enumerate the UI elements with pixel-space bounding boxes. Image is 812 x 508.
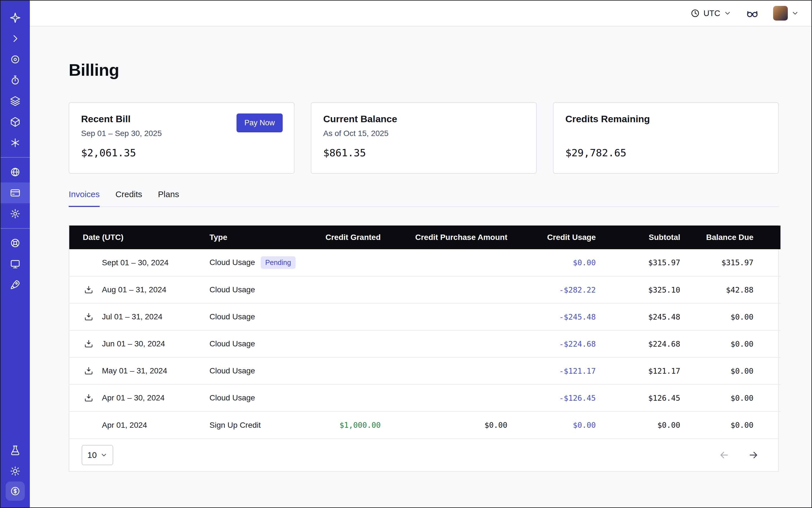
collapse-sidebar-chevron-icon[interactable]: [1, 28, 30, 49]
glasses-icon[interactable]: [746, 7, 759, 19]
credit-granted-value: [288, 249, 394, 276]
credit-purchase-amount-value: [394, 330, 521, 357]
invoice-row: Aug 01 – 31, 2024Cloud Usage-$282.22$325…: [69, 276, 780, 303]
content-shell: UTC Billing Recent Bill Sep 01 – Se: [30, 1, 811, 507]
download-invoice-icon[interactable]: [84, 312, 93, 322]
credit-granted-value: [288, 357, 394, 384]
download-invoice-icon[interactable]: [84, 285, 93, 295]
invoice-type-cell: Cloud Usage: [210, 357, 288, 384]
user-avatar: [773, 6, 788, 20]
sidebar-item-cube-icon[interactable]: [1, 112, 30, 132]
tab-plans[interactable]: Plans: [158, 189, 179, 206]
tab-credits[interactable]: Credits: [116, 189, 142, 206]
subtotal-value: $121.17: [609, 357, 694, 384]
invoice-date-cell: Apr 01, 2024: [69, 412, 210, 438]
invoice-date: Apr 01 – 30, 2024: [102, 393, 165, 402]
invoice-date: Sept 01 – 30, 2024: [102, 258, 169, 267]
sidebar-item-sun-icon[interactable]: [1, 461, 30, 481]
invoice-row: May 01 – 31, 2024Cloud Usage-$121.17$121…: [69, 357, 780, 384]
invoice-row: Apr 01, 2024Sign Up Credit$1,000.00$0.00…: [69, 412, 780, 438]
credit-purchase-amount-value: [394, 276, 521, 303]
logo-icon[interactable]: [1, 7, 30, 28]
sidebar-item-asterisk-icon[interactable]: [1, 132, 30, 153]
sidebar-item-billing-credit-card-icon[interactable]: [1, 182, 30, 203]
credit-purchase-amount-value: [394, 249, 521, 276]
invoice-date: Apr 01, 2024: [102, 421, 147, 429]
credit-usage-value: -$282.22: [521, 276, 609, 303]
credit-granted-value: [288, 330, 394, 357]
invoice-row: Jul 01 – 31, 2024Cloud Usage-$245.48$245…: [69, 303, 780, 330]
subtotal-value: $0.00: [609, 412, 694, 438]
card-subtitle: [565, 129, 766, 138]
column-header-credit-usage: Credit Usage: [521, 225, 609, 249]
billing-tabs: Invoices Credits Plans: [69, 189, 779, 207]
timezone-label: UTC: [703, 9, 720, 18]
invoice-date-cell: Apr 01 – 30, 2024: [69, 384, 210, 412]
download-invoice-icon[interactable]: [84, 393, 93, 403]
invoices-table: Date (UTC) Type Credit Granted Credit Pu…: [69, 225, 779, 472]
sidebar-item-settings-gear-icon[interactable]: [1, 203, 30, 224]
balance-due-value: $315.97: [694, 249, 780, 276]
sidebar-item-flask-icon[interactable]: [1, 440, 30, 461]
invoice-date-cell: Sept 01 – 30, 2024: [69, 249, 210, 276]
sidebar-item-timer-icon[interactable]: [1, 70, 30, 91]
sidebar-item-globe-icon[interactable]: [1, 162, 30, 182]
sidebar-item-dollar-circle-icon[interactable]: [6, 481, 25, 501]
page-title: Billing: [69, 60, 779, 80]
sidebar-item-target-icon[interactable]: [1, 49, 30, 70]
recent-bill-amount: $2,061.35: [81, 147, 282, 159]
download-invoice-icon[interactable]: [84, 366, 93, 376]
subtotal-value: $315.97: [609, 249, 694, 276]
tab-invoices[interactable]: Invoices: [69, 189, 100, 207]
credit-usage-value: -$245.48: [521, 303, 609, 330]
sidebar-item-support-lifebuoy-icon[interactable]: [1, 232, 30, 253]
balance-due-value: $0.00: [694, 303, 780, 330]
next-page-arrow-icon[interactable]: [748, 450, 759, 461]
invoice-type-cell: Cloud UsagePending: [210, 249, 288, 276]
table-footer: 10: [69, 438, 778, 471]
column-header-subtotal: Subtotal: [609, 225, 694, 249]
invoice-type-cell: Cloud Usage: [210, 303, 288, 330]
topbar: UTC: [30, 1, 811, 27]
credit-granted-value: [288, 303, 394, 330]
invoice-type-cell: Cloud Usage: [210, 330, 288, 357]
invoice-table-header: Date (UTC) Type Credit Granted Credit Pu…: [69, 225, 780, 249]
invoice-row: Jun 01 – 30, 2024Cloud Usage-$224.68$224…: [69, 330, 780, 357]
pagination: [719, 450, 759, 461]
credit-usage-value: $0.00: [521, 412, 609, 438]
subtotal-value: $245.48: [609, 303, 694, 330]
user-menu[interactable]: [773, 6, 799, 20]
column-header-date: Date (UTC): [69, 225, 210, 249]
column-header-credit-granted: Credit Granted: [288, 225, 394, 249]
app-window: UTC Billing Recent Bill Sep 01 – Se: [0, 0, 812, 508]
card-title: Credits Remaining: [565, 114, 766, 124]
billing-page: Billing Recent Bill Sep 01 – Sep 30, 202…: [30, 27, 811, 507]
previous-page-arrow-icon[interactable]: [719, 450, 730, 461]
invoice-type-cell: Sign Up Credit: [210, 412, 288, 438]
sidebar-item-rocket-icon[interactable]: [1, 274, 30, 295]
invoice-date-cell: May 01 – 31, 2024: [69, 357, 210, 384]
invoice-table-body: Sept 01 – 30, 2024Cloud UsagePending$0.0…: [69, 249, 780, 438]
column-header-type: Type: [210, 225, 288, 249]
recent-bill-card: Recent Bill Sep 01 – Sep 30, 2025 $2,061…: [69, 102, 295, 174]
timezone-selector[interactable]: UTC: [690, 8, 731, 18]
invoice-date: Aug 01 – 31, 2024: [102, 285, 166, 294]
balance-due-value: $42.88: [694, 276, 780, 303]
pay-now-button[interactable]: Pay Now: [237, 114, 283, 132]
sidebar-spacer: [1, 295, 30, 440]
sidebar-divider: [1, 157, 30, 158]
credit-granted-value: [288, 384, 394, 412]
download-invoice-icon[interactable]: [84, 339, 93, 349]
invoice-date-cell: Jul 01 – 31, 2024: [69, 303, 210, 330]
invoice-type: Cloud Usage: [210, 393, 255, 402]
invoice-type-cell: Cloud Usage: [210, 276, 288, 303]
invoice-date: Jul 01 – 31, 2024: [102, 312, 163, 321]
subtotal-value: $126.45: [609, 384, 694, 412]
invoice-date-cell: Jun 01 – 30, 2024: [69, 330, 210, 357]
credit-purchase-amount-value: [394, 357, 521, 384]
page-size-select[interactable]: 10: [82, 445, 113, 465]
sidebar-item-layers-icon[interactable]: [1, 91, 30, 112]
sidebar-item-display-icon[interactable]: [1, 253, 30, 274]
credit-purchase-amount-value: [394, 303, 521, 330]
balance-due-value: $0.00: [694, 384, 780, 412]
